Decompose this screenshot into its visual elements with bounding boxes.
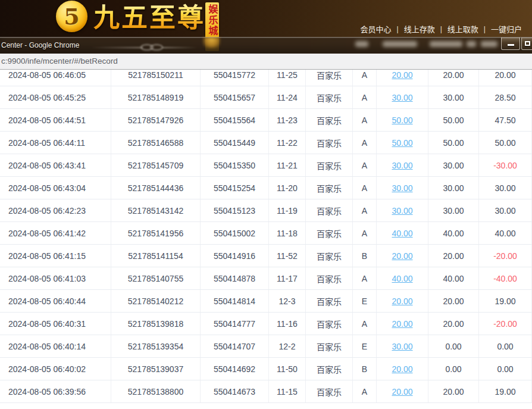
bet-amount-link[interactable]: 30.00 (392, 206, 412, 216)
cell-bet-id: 521785141154 (111, 245, 201, 267)
bet-amount-link[interactable]: 20.00 (392, 319, 412, 329)
cell-bet-amount: 50.00 (377, 132, 428, 154)
cell-table-number: 11-17 (269, 267, 306, 289)
cell-round-id: 550414814 (201, 290, 269, 312)
cell-valid-amount: 20.00 (428, 290, 479, 312)
cell-bet-type: A (353, 199, 377, 221)
cell-bet-amount: 20.00 (377, 380, 428, 402)
bet-amount-link[interactable]: 30.00 (392, 161, 412, 170)
cell-bet-time: 2024-08-05 06:40:14 (0, 335, 111, 357)
cell-valid-amount: 0.00 (428, 358, 479, 380)
cell-win-loss: 40.00 (479, 222, 532, 244)
nav-separator: | (397, 25, 399, 33)
cell-bet-type: A (353, 109, 377, 131)
cell-bet-id: 521785148919 (111, 86, 201, 108)
bet-amount-link[interactable]: 20.00 (392, 387, 412, 396)
nav-member-center[interactable]: 会员中心 (361, 23, 392, 35)
cell-table-number: 11-19 (269, 199, 306, 221)
cell-game-name: 百家乐 (306, 70, 353, 86)
cell-game-name: 百家乐 (306, 267, 353, 289)
cell-bet-id: 521785144436 (111, 177, 201, 199)
cell-round-id: 550414707 (201, 335, 269, 357)
cell-bet-amount: 30.00 (377, 199, 428, 221)
cell-bet-id: 521785143142 (111, 199, 201, 221)
minimize-button[interactable] (501, 38, 520, 50)
bet-amount-link[interactable]: 40.00 (392, 229, 412, 238)
cell-bet-time: 2024-08-05 06:41:03 (0, 267, 111, 289)
cell-win-loss: 19.00 (479, 380, 532, 402)
cell-bet-type: A (353, 313, 377, 335)
bet-amount-link[interactable]: 20.00 (392, 70, 412, 80)
cell-game-name: 百家乐 (306, 290, 353, 312)
cell-game-name: 百家乐 (306, 199, 353, 221)
cell-bet-id: 521785146588 (111, 132, 201, 154)
bet-amount-link[interactable]: 20.00 (392, 251, 412, 261)
cell-game-name: 百家乐 (306, 335, 353, 357)
nav-online-withdraw[interactable]: 线上取款 (447, 23, 478, 35)
cell-game-name: 百家乐 (306, 109, 353, 131)
cell-bet-type: A (353, 380, 377, 402)
cell-bet-amount: 30.00 (377, 335, 428, 357)
bet-amount-link[interactable]: 30.00 (392, 342, 412, 351)
cell-win-loss: 0.00 (479, 335, 532, 357)
address-bar[interactable]: c:9900/infe/mcenter/#/betRecord (0, 54, 532, 70)
table-row: 2024-08-05 06:43:04 521785144436 5504152… (0, 177, 532, 199)
cell-win-loss: -30.00 (479, 154, 532, 176)
cell-win-loss: -20.00 (479, 313, 532, 335)
cell-win-loss: -20.00 (479, 245, 532, 267)
cell-bet-time: 2024-08-05 06:41:15 (0, 245, 111, 267)
cell-win-loss: 47.50 (479, 109, 532, 131)
nav-separator: | (440, 25, 442, 33)
cell-valid-amount: 50.00 (428, 109, 479, 131)
bet-amount-link[interactable]: 20.00 (392, 296, 412, 306)
cell-valid-amount: 50.00 (428, 132, 479, 154)
cell-round-id: 550415657 (201, 86, 269, 108)
cell-round-id: 550414673 (201, 380, 269, 402)
cell-valid-amount: 30.00 (428, 177, 479, 199)
blurred-user-info (467, 41, 476, 47)
window-controls (500, 38, 532, 52)
cell-bet-time: 2024-08-05 06:43:04 (0, 177, 111, 199)
table-row: 2024-08-05 06:40:44 521785140212 5504148… (0, 290, 532, 313)
cell-bet-id: 521785140755 (111, 267, 201, 289)
table-row: 2024-08-05 06:39:56 521785138800 5504146… (0, 380, 532, 403)
cell-round-id: 550415002 (201, 222, 269, 244)
cell-bet-type: B (353, 358, 377, 380)
cell-round-id: 550414692 (201, 358, 269, 380)
cell-bet-type: A (353, 154, 377, 176)
bet-amount-link[interactable]: 50.00 (392, 115, 412, 125)
table-row: 2024-08-05 06:44:51 521785147926 5504155… (0, 109, 532, 132)
nav-one-key-transfer[interactable]: 一键归户 (491, 23, 522, 35)
bet-amount-link[interactable]: 40.00 (392, 274, 412, 283)
cell-table-number: 11-25 (269, 70, 306, 86)
cell-bet-id: 521785138800 (111, 380, 201, 402)
cell-valid-amount: 40.00 (428, 222, 479, 244)
cell-round-id: 550414777 (201, 313, 269, 335)
cell-bet-time: 2024-08-05 06:43:41 (0, 154, 111, 176)
window-title: Center - Google Chrome (1, 38, 79, 54)
table-row: 2024-08-05 06:41:15 521785141154 5504149… (0, 245, 532, 267)
cell-bet-time: 2024-08-05 06:39:56 (0, 380, 111, 402)
cell-bet-type: A (353, 267, 377, 289)
maximize-button[interactable] (521, 38, 532, 50)
cell-win-loss: 30.00 (479, 177, 532, 199)
cell-valid-amount: 20.00 (428, 245, 479, 267)
bet-amount-link[interactable]: 30.00 (392, 93, 412, 102)
cell-bet-amount: 20.00 (377, 70, 428, 86)
cell-bet-time: 2024-08-05 06:42:23 (0, 199, 111, 221)
bet-amount-link[interactable]: 50.00 (392, 138, 412, 148)
window-titlebar[interactable]: Center - Google Chrome (0, 37, 532, 54)
bet-amount-link[interactable]: 20.00 (392, 364, 412, 374)
bet-amount-link[interactable]: 30.00 (392, 183, 412, 193)
cell-game-name: 百家乐 (306, 86, 353, 108)
cell-table-number: 11-24 (269, 86, 306, 108)
blurred-user-info (355, 41, 368, 47)
cell-bet-id: 521785147926 (111, 109, 201, 131)
cell-valid-amount: 30.00 (428, 86, 479, 108)
cell-round-id: 550414916 (201, 245, 269, 267)
cell-bet-type: E (353, 335, 377, 357)
cell-bet-id: 521785141956 (111, 222, 201, 244)
nav-online-deposit[interactable]: 线上存款 (404, 23, 435, 35)
cell-bet-type: A (353, 86, 377, 108)
cell-valid-amount: 20.00 (428, 70, 479, 86)
